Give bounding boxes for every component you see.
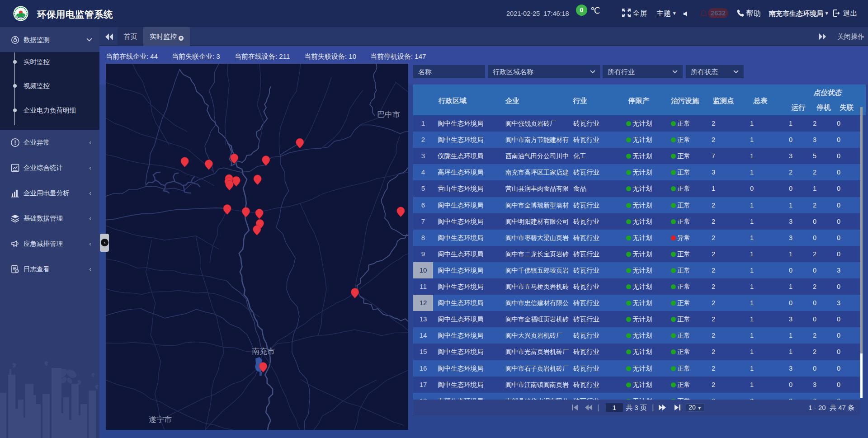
- svg-text:遂宁市: 遂宁市: [149, 415, 172, 424]
- svg-text:南充市: 南充市: [252, 347, 275, 356]
- svg-text:巴中市: 巴中市: [377, 110, 400, 119]
